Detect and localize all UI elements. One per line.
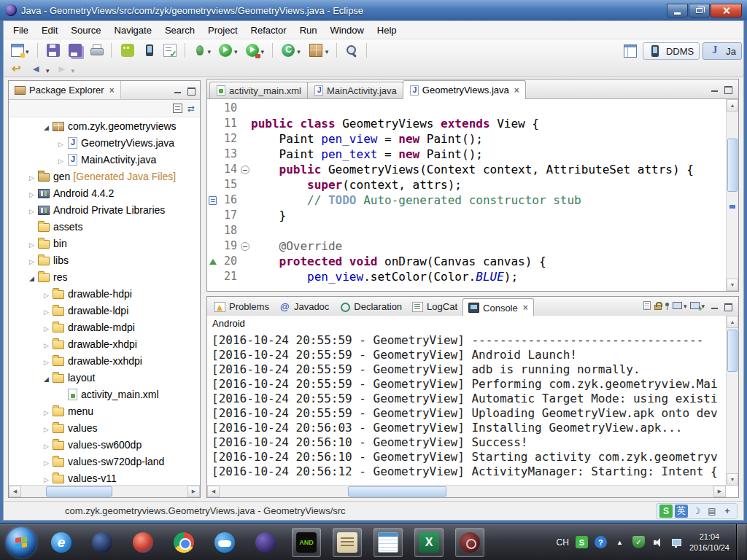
twistie-expanded-icon[interactable]	[41, 372, 52, 384]
menu-refactor[interactable]: Refactor	[244, 23, 293, 38]
minimize-console-icon[interactable]	[710, 302, 720, 311]
taskbar-item-chrome[interactable]	[169, 528, 198, 557]
scroll-down-button[interactable]	[727, 279, 738, 291]
run-button[interactable]	[215, 42, 241, 59]
tree-item-android-private-libraries[interactable]: Android Private Libraries	[9, 201, 200, 218]
open-console-button[interactable]	[690, 300, 705, 311]
tree-item-libs[interactable]: libs	[9, 252, 200, 268]
start-button[interactable]	[6, 527, 36, 558]
editor-tab-activity-main-xml[interactable]: activity_main.xml	[209, 82, 308, 98]
twistie-collapsed-icon[interactable]	[41, 305, 52, 316]
taskbar-item-app-sphere[interactable]	[128, 528, 158, 557]
tree-item-assets[interactable]: assets	[9, 218, 200, 235]
forward-button[interactable]	[54, 61, 78, 77]
vscroll-thumb[interactable]	[727, 139, 738, 192]
twistie-collapsed-icon[interactable]	[55, 154, 66, 166]
restore-button[interactable]	[689, 4, 710, 18]
menu-file[interactable]: File	[7, 23, 35, 38]
minimize-editor-icon[interactable]	[710, 85, 720, 93]
show-desktop-button[interactable]	[736, 524, 746, 560]
vscroll-track[interactable]	[727, 328, 738, 473]
editor-tab-geometryviews-java[interactable]: GeometryViews.java	[403, 80, 526, 99]
java-search-button[interactable]	[342, 42, 361, 59]
vscroll-track[interactable]	[727, 112, 738, 279]
scroll-right-button[interactable]	[187, 486, 200, 497]
twistie-collapsed-icon[interactable]	[41, 422, 52, 434]
tree-item-values-sw720dp-land[interactable]: values-sw720dp-land	[9, 453, 200, 470]
language-indicator[interactable]: CH	[557, 537, 569, 548]
minimize-button[interactable]	[667, 4, 688, 18]
scroll-up-button[interactable]	[727, 316, 738, 328]
maximize-console-icon[interactable]	[723, 302, 733, 311]
sogou-tray-icon[interactable]: S	[576, 536, 588, 548]
code-editor[interactable]: 1011public class GeometryViews extends V…	[207, 99, 726, 291]
twistie-collapsed-icon[interactable]	[41, 456, 52, 467]
scroll-right-button[interactable]	[713, 486, 726, 497]
tree-item-geometryviews-java[interactable]: GeometryViews.java	[9, 134, 200, 151]
console-vscrollbar[interactable]	[726, 316, 738, 486]
minimize-view-icon[interactable]	[173, 86, 183, 95]
save-button[interactable]	[43, 42, 63, 59]
menu-run[interactable]: Run	[293, 23, 324, 38]
taskbar-item-notepad[interactable]	[374, 528, 403, 557]
console-output[interactable]: [2016-10-24 20:55:59 - GeometryView] ---…	[207, 332, 726, 486]
debug-button[interactable]	[190, 42, 214, 59]
soft-keyboard-icon[interactable]: ▤	[705, 505, 719, 518]
android-lint-button[interactable]	[160, 42, 179, 59]
package-explorer-hscrollbar[interactable]	[9, 485, 200, 497]
twistie-collapsed-icon[interactable]	[26, 254, 37, 266]
maximize-editor-icon[interactable]	[723, 85, 733, 93]
window-titlebar[interactable]: Java - GeometryViews/src/com/zyk/geometr…	[0, 0, 747, 20]
twistie-collapsed-icon[interactable]	[26, 238, 37, 249]
ime-toolbox-icon[interactable]: +	[721, 505, 734, 518]
tree-item-drawable-xhdpi[interactable]: drawable-xhdpi	[9, 335, 200, 352]
clock[interactable]: 21:04 2016/10/24	[689, 532, 729, 553]
view-tab-problems[interactable]: Problems	[209, 298, 274, 316]
tree-item-android-4-4-2[interactable]: Android 4.4.2	[9, 184, 200, 201]
collapse-fold-icon[interactable]	[241, 166, 249, 174]
view-tab-javadoc[interactable]: Javadoc	[274, 298, 334, 316]
taskbar-item-screen-recorder[interactable]	[455, 528, 484, 557]
maximize-view-icon[interactable]	[186, 86, 196, 95]
twistie-collapsed-icon[interactable]	[41, 405, 52, 417]
scroll-left-button[interactable]	[9, 486, 21, 497]
save-all-button[interactable]	[65, 42, 85, 59]
editor-vscrollbar[interactable]	[726, 99, 738, 291]
hscroll-track[interactable]	[21, 486, 187, 497]
menu-help[interactable]: Help	[371, 23, 403, 38]
java-perspective-button[interactable]: Ja	[703, 42, 742, 60]
tree-item-gen[interactable]: gen[Generated Java Files]	[9, 168, 200, 184]
package-explorer-tab[interactable]: Package Explorer	[9, 81, 121, 99]
tree-item-drawable-hdpi[interactable]: drawable-hdpi	[9, 285, 200, 302]
close-tab-icon[interactable]	[523, 303, 528, 313]
taskbar-item-android-tool[interactable]: AND	[292, 528, 321, 557]
last-edit-location-button[interactable]	[8, 61, 27, 77]
scroll-up-button[interactable]	[727, 99, 738, 112]
twistie-collapsed-icon[interactable]	[55, 137, 66, 149]
tree-item-drawable-ldpi[interactable]: drawable-ldpi	[9, 302, 200, 319]
editor-tab-mainactivity-java[interactable]: MainActivity.java	[307, 82, 403, 98]
print-button[interactable]	[87, 42, 106, 59]
tree-item-layout[interactable]: layout	[9, 369, 200, 386]
language-mode-icon[interactable]: 英	[675, 505, 688, 518]
view-tab-declaration[interactable]: Declaration	[334, 298, 407, 316]
tree-item-values-v11[interactable]: values-v11	[9, 470, 200, 485]
help-icon[interactable]: ?	[595, 536, 607, 548]
tree-item-mainactivity-java[interactable]: MainActivity.java	[9, 151, 200, 168]
menu-search[interactable]: Search	[158, 23, 201, 38]
scroll-left-button[interactable]	[207, 486, 220, 497]
menu-navigate[interactable]: Navigate	[108, 23, 158, 38]
open-perspective-button[interactable]	[621, 42, 640, 60]
annotation-marker[interactable]	[729, 205, 735, 209]
sogou-input-icon[interactable]: S	[659, 505, 673, 518]
scroll-down-button[interactable]	[727, 473, 738, 486]
tree-item-drawable-mdpi[interactable]: drawable-mdpi	[9, 319, 200, 335]
collapse-fold-icon[interactable]	[241, 242, 249, 251]
tree-item-menu[interactable]: menu	[9, 402, 200, 419]
taskbar-item-app-navy[interactable]	[88, 528, 117, 557]
console-hscrollbar[interactable]	[207, 485, 726, 497]
tree-item-drawable-xxhdpi[interactable]: drawable-xxhdpi	[9, 352, 200, 369]
menu-project[interactable]: Project	[201, 23, 244, 38]
back-button[interactable]	[28, 61, 53, 77]
menu-source[interactable]: Source	[64, 23, 107, 38]
